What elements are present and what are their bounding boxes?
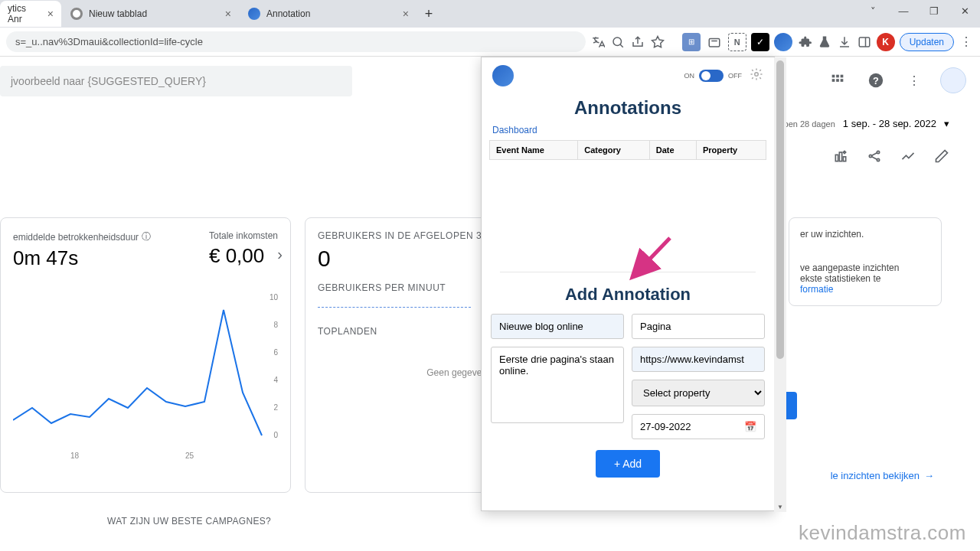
new-tab-button[interactable]: + <box>418 3 439 24</box>
popup-title: Annotations <box>482 97 774 119</box>
dashboard-link[interactable]: Dashboard <box>482 119 774 140</box>
date-range-picker[interactable]: elopen 28 dagen 1 sep. - 28 sep. 2022 ▾ <box>773 118 949 129</box>
download-icon[interactable] <box>837 34 852 50</box>
insights-card: er uw inzichten. ve aangepaste inzichten… <box>789 217 942 306</box>
line-chart: 10 8 6 4 2 0 18 25 <box>13 293 278 446</box>
campaigns-heading: WAT ZIJN UW BESTE CAMPAGNES? <box>107 516 271 527</box>
engagement-card: emiddelde betrokkenheidsduur ⓘ 0m 47s To… <box>0 217 291 493</box>
gear-icon[interactable] <box>750 67 763 84</box>
metric-label: Totale inkomsten <box>209 230 278 241</box>
svg-point-18 <box>755 73 759 77</box>
svg-rect-1 <box>709 38 720 47</box>
chevron-down-icon: ▾ <box>944 118 949 129</box>
svg-rect-14 <box>843 157 845 161</box>
add-button[interactable]: + Add <box>596 450 660 478</box>
window-minimize[interactable]: — <box>888 0 919 21</box>
chrome-menu-icon[interactable]: ⋮ <box>959 34 974 50</box>
date-input[interactable]: 27-09-2022 📅 <box>632 414 765 439</box>
close-icon[interactable]: × <box>403 8 409 20</box>
labs-icon[interactable] <box>817 34 832 50</box>
sidepanel-icon[interactable] <box>857 34 872 50</box>
popup-scrollbar[interactable]: ▲ ▼ <box>774 57 786 512</box>
tab-newtab[interactable]: Nieuw tabblad × <box>63 1 239 27</box>
svg-rect-5 <box>836 75 839 78</box>
annotation-arrow <box>626 232 679 285</box>
search-input[interactable]: jvoorbeeld naar {SUGGESTED_QUERY} <box>0 66 352 96</box>
ext-icon-2[interactable] <box>705 33 724 51</box>
svg-rect-9 <box>841 79 844 82</box>
svg-point-17 <box>877 158 879 161</box>
bookmark-icon[interactable] <box>650 34 665 50</box>
close-icon[interactable]: × <box>225 8 231 20</box>
url-input[interactable] <box>632 347 765 372</box>
scroll-thumb[interactable] <box>776 60 784 359</box>
scroll-down-icon[interactable]: ▼ <box>774 501 786 512</box>
svg-rect-13 <box>839 152 841 161</box>
svg-rect-6 <box>841 75 844 78</box>
svg-rect-7 <box>832 79 835 82</box>
annotation-ext-icon <box>248 8 260 20</box>
watermark: kevindamstra.com <box>799 521 966 545</box>
ext-icon-4[interactable]: ✓ <box>751 33 769 51</box>
date-range-main: 1 sep. - 28 sep. 2022 <box>843 118 936 129</box>
page-content: jvoorbeeld naar {SUGGESTED_QUERY} ? ⋮ el… <box>0 57 980 551</box>
help-icon[interactable]: ? <box>864 68 888 93</box>
address-bar: s=_u..nav%3Dmaui&collectionId=life-cycle… <box>0 28 980 57</box>
svg-point-0 <box>613 37 622 46</box>
description-input[interactable] <box>491 347 624 423</box>
add-annotation-title: Add Annotation <box>482 285 774 305</box>
metric-value: € 0,00 <box>209 244 278 268</box>
svg-rect-12 <box>835 155 838 161</box>
profile-avatar[interactable]: K <box>877 33 895 51</box>
metric-label: emiddelde betrokkenheidsduur ⓘ <box>13 230 151 243</box>
ext-icon-annotation[interactable] <box>774 33 792 51</box>
popup-logo <box>492 65 514 86</box>
view-insights-link[interactable]: le inzichten bekijken → <box>831 470 934 481</box>
zoom-icon[interactable] <box>610 34 626 50</box>
info-link[interactable]: formatie <box>800 284 833 295</box>
close-icon[interactable]: × <box>47 8 54 20</box>
annotation-popup: ON OFF Annotations Dashboard Event Name … <box>481 57 775 511</box>
annotations-table: Event Name Category Date Property <box>489 140 766 160</box>
window-maximize[interactable]: ❐ <box>919 0 949 21</box>
share-icon[interactable] <box>867 148 882 167</box>
compare-icon[interactable] <box>900 148 916 167</box>
window-close[interactable]: ✕ <box>949 0 980 21</box>
tab-label: Nieuw tabblad <box>89 8 219 19</box>
svg-point-15 <box>869 155 871 157</box>
chrome-icon <box>70 8 83 20</box>
tab-label: ytics Anr <box>8 3 41 24</box>
info-icon[interactable]: ⓘ <box>142 230 151 243</box>
url-input[interactable]: s=_u..nav%3Dmaui&collectionId=life-cycle <box>6 31 586 52</box>
update-button[interactable]: Updaten <box>900 33 954 51</box>
tab-analytics[interactable]: ytics Anr × <box>0 1 61 27</box>
insights-icon[interactable] <box>833 148 848 167</box>
svg-line-20 <box>635 238 670 275</box>
tab-annotation[interactable]: Annotation × <box>240 1 416 27</box>
account-avatar[interactable] <box>940 67 966 93</box>
svg-point-16 <box>877 151 879 153</box>
chrome-tab-menu[interactable]: ˅ <box>858 0 888 21</box>
next-arrow-icon[interactable]: › <box>277 246 283 263</box>
tab-label: Annotation <box>266 8 397 19</box>
svg-rect-8 <box>836 79 839 82</box>
apps-icon[interactable] <box>825 68 850 93</box>
edit-icon[interactable] <box>934 148 949 167</box>
svg-rect-4 <box>832 75 835 78</box>
property-select[interactable]: Select property <box>632 380 765 406</box>
extensions-icon[interactable] <box>797 34 812 50</box>
calendar-icon: 📅 <box>744 421 756 432</box>
category-input[interactable] <box>632 314 765 339</box>
event-name-input[interactable] <box>491 314 624 339</box>
svg-text:?: ? <box>873 75 879 86</box>
more-icon[interactable]: ⋮ <box>902 68 926 93</box>
ext-icon-1[interactable]: ⊞ <box>682 33 701 51</box>
toggle-switch[interactable] <box>699 70 724 82</box>
share-icon[interactable] <box>630 34 645 50</box>
tab-strip: ytics Anr × Nieuw tabblad × Annotation ×… <box>0 0 980 28</box>
arrow-right-icon: → <box>924 470 934 481</box>
svg-rect-2 <box>859 37 870 47</box>
translate-icon[interactable] <box>590 34 606 50</box>
ext-icon-3[interactable]: N <box>728 33 746 51</box>
metric-value: 0m 47s <box>13 246 151 270</box>
